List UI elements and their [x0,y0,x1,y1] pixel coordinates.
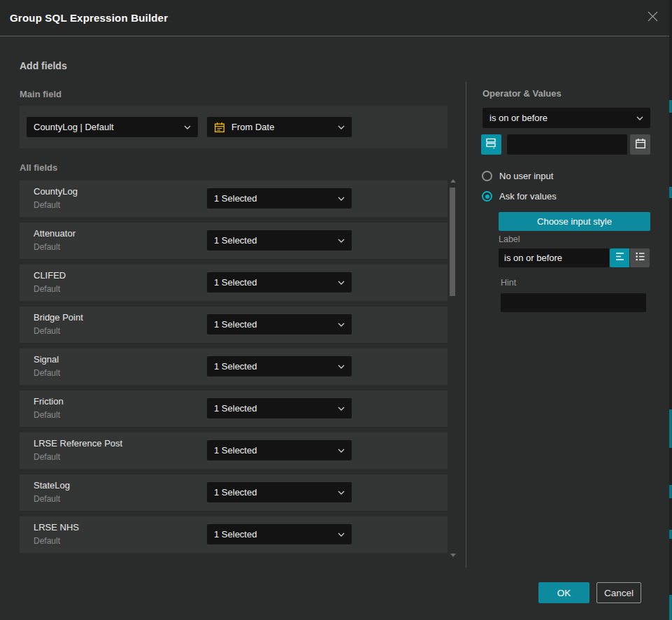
hint-caption: Hint [501,278,516,288]
field-type: Default [34,368,60,378]
value-input[interactable] [507,134,627,155]
field-row-lrse-reference-post: LRSE Reference Post Default 1 Selected [20,432,448,469]
operator-values-heading: Operator & Values [482,88,562,99]
field-row-statelog: StateLog Default 1 Selected [20,474,448,511]
field-name: CountyLog [34,186,78,197]
main-layer-select-value: CountyLog | Default [34,122,178,132]
field-values-select[interactable]: 1 Selected [207,398,352,418]
chevron-down-icon [338,125,345,129]
field-values-select[interactable]: 1 Selected [207,230,352,251]
main-field-heading: Main field [20,89,62,99]
main-field-panel: CountyLog | Default From Date [20,106,448,148]
chevron-down-icon [338,407,345,411]
selected-count: 1 Selected [214,529,332,540]
background-page-edge [669,0,672,620]
radio-label: Ask for values [499,191,557,202]
group-sql-expression-builder-dialog: Group SQL Expression Builder Add fields … [0,0,672,620]
field-type: Default [34,326,60,336]
hint-input[interactable] [501,293,646,312]
scrollbar-thumb[interactable] [450,188,455,296]
field-row-friction: Friction Default 1 Selected [20,390,448,427]
title-bar: Group SQL Expression Builder [0,0,669,36]
field-row-clifed: CLIFED Default 1 Selected [20,265,448,301]
selected-count: 1 Selected [214,319,332,330]
chevron-down-icon [184,125,191,129]
radio-ask-for-values[interactable]: Ask for values [482,191,557,202]
field-values-select[interactable]: 1 Selected [207,482,352,502]
cancel-button[interactable]: Cancel [596,582,641,603]
operator-select-value: is on or before [489,113,631,123]
main-layer-select[interactable]: CountyLog | Default [27,117,198,137]
ok-button[interactable]: OK [538,582,589,603]
selected-count: 1 Selected [214,235,332,246]
field-values-select[interactable]: 1 Selected [207,356,352,376]
all-fields-heading: All fields [20,162,57,173]
field-row-lrse-nhs: LRSE NHS Default 1 Selected [20,516,448,553]
main-date-field-value: From Date [231,122,332,132]
add-fields-heading: Add fields [20,60,67,71]
chevron-down-icon [338,449,345,453]
chevron-down-icon [338,491,345,495]
panel-divider [466,82,466,568]
field-type: Default [34,410,60,420]
field-name: LRSE Reference Post [34,438,122,449]
chevron-down-icon [338,365,345,369]
scroll-up-arrow-icon[interactable] [450,179,456,183]
list-scrollbar[interactable] [448,178,457,557]
selected-count: 1 Selected [214,193,332,204]
field-type: Default [34,284,60,294]
choose-input-style-button[interactable]: Choose input style [499,212,650,231]
chevron-down-icon [338,323,345,327]
selected-count: 1 Selected [214,403,332,414]
single-line-style-button[interactable] [610,248,629,267]
bulleted-list-icon [635,251,645,265]
field-name: LRSE NHS [34,522,79,533]
close-button[interactable] [636,0,669,36]
field-values-select[interactable]: 1 Selected [207,524,352,544]
main-date-field-select[interactable]: From Date [207,117,352,137]
field-name: Bridge Point [34,312,83,323]
field-type: Default [34,536,60,546]
field-values-select[interactable]: 1 Selected [207,272,352,293]
field-name: StateLog [34,480,70,491]
chevron-down-icon [636,116,643,120]
label-input[interactable] [499,248,609,267]
chevron-down-icon [338,239,345,243]
field-name: CLIFED [34,270,66,281]
radio-selected-icon [482,191,492,202]
operator-select[interactable]: is on or before [482,108,650,128]
scroll-down-arrow-icon[interactable] [450,554,456,557]
selected-count: 1 Selected [214,487,332,498]
unique-values-icon [485,137,497,152]
field-row-bridge-point: Bridge Point Default 1 Selected [20,307,448,343]
field-type: Default [34,494,60,504]
field-values-select[interactable]: 1 Selected [207,440,352,460]
chevron-down-icon [338,533,345,537]
field-row-attenuator: Attenuator Default 1 Selected [20,223,448,259]
input-type-button[interactable] [481,134,501,155]
radio-no-user-input[interactable]: No user input [482,171,553,181]
field-name: Attenuator [34,228,76,239]
align-left-icon [615,251,625,265]
chevron-down-icon [338,197,345,201]
calendar-icon [214,122,225,133]
selected-count: 1 Selected [214,361,332,372]
all-fields-list: CountyLog Default 1 Selected Attenuator … [20,181,448,553]
radio-circle-icon [482,171,492,181]
close-icon [647,10,659,25]
field-values-select[interactable]: 1 Selected [207,188,352,209]
date-picker-button[interactable] [630,134,650,155]
field-type: Default [34,452,60,462]
label-caption: Label [499,234,520,244]
field-row-signal: Signal Default 1 Selected [20,348,448,385]
field-values-select[interactable]: 1 Selected [207,314,352,334]
field-type: Default [34,200,60,210]
field-row-countylog: CountyLog Default 1 Selected [20,181,448,217]
field-type: Default [34,242,60,252]
field-name: Signal [34,354,59,365]
radio-label: No user input [499,171,553,181]
selected-count: 1 Selected [214,277,332,288]
calendar-icon [635,138,646,152]
selected-count: 1 Selected [214,445,332,456]
list-style-button[interactable] [630,248,650,267]
